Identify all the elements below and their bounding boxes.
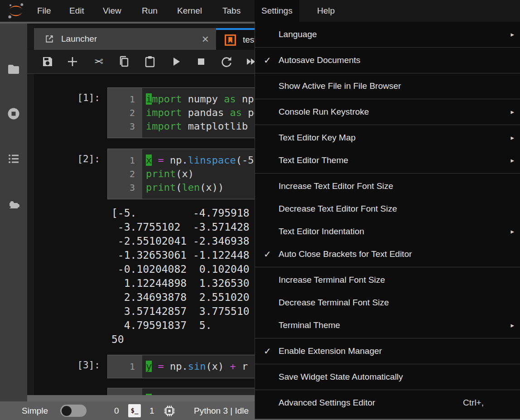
menu-item-advanced-settings-editor[interactable]: Advanced Settings EditorCtrl+, <box>255 391 520 414</box>
sidebar-table-of-contents-button[interactable] <box>6 151 21 166</box>
output-line: -0.10204082 0.102040 <box>111 262 250 276</box>
terminals-count[interactable]: 0 <box>114 401 119 420</box>
simple-mode-label: Simple <box>22 401 48 420</box>
restart-icon <box>219 54 234 69</box>
copy-cell-button[interactable] <box>117 54 131 69</box>
menu-item-autosave-documents[interactable]: ✓Autosave Documents <box>255 49 520 72</box>
add-icon <box>65 54 80 69</box>
menu-item-language[interactable]: Language▸ <box>255 23 520 46</box>
menu-item-text-editor-indentation[interactable]: Text Editor Indentation▸ <box>255 220 520 243</box>
launcher-icon <box>44 34 55 44</box>
close-icon[interactable]: × <box>202 34 209 44</box>
menu-separator <box>255 338 520 338</box>
menu-separator <box>255 390 520 390</box>
execution-prompt: [1]: <box>34 87 107 103</box>
stop-kernel-button[interactable] <box>194 54 208 69</box>
output-line: 4.79591837 5. <box>111 319 250 333</box>
tab-launcher[interactable]: Launcher× <box>34 28 216 50</box>
sidebar-folder-button[interactable] <box>6 62 21 76</box>
menu-item-decrease-text-editor-font-size[interactable]: Decrease Text Editor Font Size <box>255 198 520 220</box>
menu-item-label: Increase Terminal Font Size <box>279 275 385 285</box>
menu-item-label: Show Active File in File Browser <box>279 81 401 91</box>
save-icon <box>40 54 55 69</box>
code-area: y = np.sin(x) + r <box>142 355 248 378</box>
save-button[interactable] <box>40 54 55 69</box>
settings-menu: Language▸✓Autosave DocumentsShow Active … <box>255 22 520 419</box>
menu-separator <box>255 173 520 174</box>
restart-kernel-button[interactable] <box>219 54 234 69</box>
menu-item-text-editor-key-map[interactable]: Text Editor Key Map▸ <box>255 126 520 149</box>
terminal-icon[interactable]: $_ <box>128 404 141 417</box>
menu-item-save-widget-state-automatically[interactable]: Save Widget State Automatically <box>255 366 520 388</box>
line-number: 1 <box>108 360 142 373</box>
menu-item-text-editor-theme[interactable]: Text Editor Theme▸ <box>255 149 520 172</box>
line-number: 1 <box>108 154 142 167</box>
execution-prompt <box>34 388 107 393</box>
folder-icon <box>6 62 21 76</box>
add-cell-button[interactable] <box>65 54 80 69</box>
code-area: import numpy as npimport pandas as pdimp… <box>142 88 260 138</box>
kernel-chip-icon[interactable] <box>162 404 177 418</box>
activity-sidebar <box>0 24 27 401</box>
toggle-knob <box>62 406 72 416</box>
sidebar-running-kernels-button[interactable] <box>6 106 21 121</box>
cut-icon: ✂ <box>94 55 103 68</box>
output-line: 1.12244898 1.326530 <box>111 276 250 290</box>
menubar-item-help[interactable]: Help <box>310 0 342 22</box>
menu-item-label: Terminal Theme <box>279 320 340 330</box>
menu-item-increase-text-editor-font-size[interactable]: Increase Text Editor Font Size <box>255 175 520 198</box>
table-of-contents-icon <box>6 151 21 166</box>
menu-item-terminal-theme[interactable]: Terminal Theme▸ <box>255 314 520 337</box>
menu-separator <box>255 267 520 267</box>
menubar-item-view[interactable]: View <box>96 0 128 22</box>
submenu-arrow-icon: ▸ <box>510 227 514 236</box>
menu-item-label: Console Run Keystroke <box>279 107 369 117</box>
menu-item-decrease-terminal-font-size[interactable]: Decrease Terminal Font Size <box>255 291 520 314</box>
menubar-item-kernel[interactable]: Kernel <box>170 0 209 22</box>
simple-mode-toggle[interactable] <box>60 405 87 417</box>
cut-cell-button[interactable]: ✂ <box>91 54 106 69</box>
line-number-gutter <box>108 388 142 395</box>
line-number: 2 <box>108 167 142 181</box>
menubar-item-edit[interactable]: Edit <box>63 0 91 22</box>
menu-item-label: Advanced Settings Editor <box>279 398 375 408</box>
menu-item-label: Decrease Terminal Font Size <box>279 298 389 308</box>
menu-item-label: Save Widget State Automatically <box>279 372 403 382</box>
menu-item-label: Increase Text Editor Font Size <box>279 181 393 191</box>
line-number: 2 <box>108 106 142 120</box>
run-cell-button[interactable] <box>169 54 183 69</box>
kernels-count[interactable]: 1 <box>149 401 154 420</box>
menu-item-enable-extension-manager[interactable]: ✓Enable Extension Manager <box>255 340 520 362</box>
line-number-gutter: 1 <box>108 355 142 378</box>
menu-item-console-run-keystroke[interactable]: Console Run Keystroke▸ <box>255 101 520 123</box>
menu-item-label: Text Editor Key Map <box>279 133 356 143</box>
menubar-item-settings[interactable]: Settings <box>255 0 299 22</box>
menubar-item-run[interactable]: Run <box>135 0 164 22</box>
cell-output: [-5. -4.795918 -3.7755102 -3.571428 -2.5… <box>111 206 250 347</box>
menu-item-show-active-file-in-file-browser[interactable]: Show Active File in File Browser <box>255 75 520 97</box>
menubar-item-file[interactable]: File <box>30 0 58 22</box>
line-number-gutter: 123 <box>108 149 142 199</box>
menubar-item-tabs[interactable]: Tabs <box>216 0 247 22</box>
menu-separator <box>255 73 520 73</box>
output-line: 50 <box>111 333 250 347</box>
output-line: -2.55102041 -2.346938 <box>111 234 250 248</box>
menu-item-label: Decrease Text Editor Font Size <box>279 204 397 214</box>
line-number: 3 <box>108 181 142 194</box>
jupyterlab-window: FileEditViewRunKernelTabsSettingsHelp La… <box>0 0 520 420</box>
tab-label: Launcher <box>61 34 97 44</box>
output-line: [-5. -4.795918 <box>111 206 250 220</box>
menu-item-auto-close-brackets-for-text-editor[interactable]: ✓Auto Close Brackets for Text Editor <box>255 243 520 266</box>
menu-item-increase-terminal-font-size[interactable]: Increase Terminal Font Size <box>255 269 520 291</box>
code-area: = np. <box>142 388 188 395</box>
kernel-status[interactable]: Python 3 | Idle <box>194 401 249 420</box>
menu-separator <box>255 47 520 48</box>
submenu-arrow-icon: ▸ <box>510 134 514 142</box>
sidebar-extension-puzzle-button[interactable] <box>6 197 21 211</box>
menu-item-label: Language <box>279 29 317 39</box>
code-line: import numpy as np <box>146 92 260 106</box>
menu-shortcut: Ctrl+, <box>463 398 484 408</box>
paste-cell-button[interactable] <box>143 54 157 69</box>
code-line: y = np.sin(x) + r <box>146 360 248 373</box>
jupyter-logo <box>6 1 25 20</box>
